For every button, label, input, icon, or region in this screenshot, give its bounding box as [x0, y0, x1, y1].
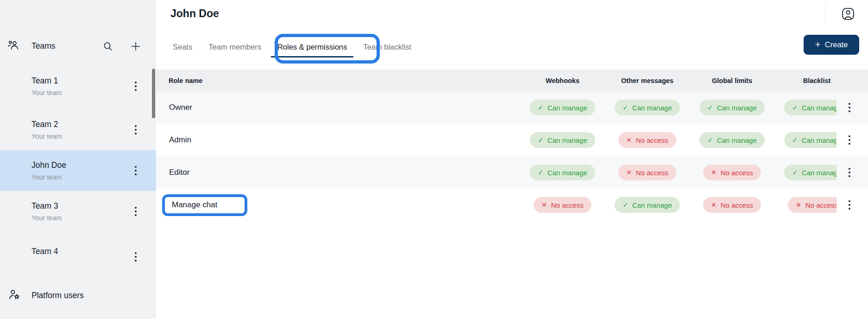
row-actions [837, 156, 868, 189]
permission-cell: ✕No access [520, 189, 605, 221]
sidebar-header: Teams [0, 36, 156, 57]
sidebar: Teams Team 1Your teamTeam 2Your teamJohn… [0, 0, 156, 319]
team-menu-icon[interactable] [133, 80, 138, 93]
permission-cell: ✕No access [605, 124, 690, 156]
role-name: Manage chat [172, 200, 217, 210]
column-header-role-name: Role name [156, 70, 520, 91]
tab-seats[interactable]: Seats [173, 43, 192, 57]
role-name-cell: Editor [156, 156, 520, 189]
badge-label: Can manage [632, 201, 672, 209]
team-menu-icon[interactable] [133, 164, 138, 177]
team-name: Team 1 [31, 76, 58, 86]
header-divider [825, 1, 826, 25]
check-icon: ✓ [538, 136, 543, 144]
team-menu-icon[interactable] [133, 250, 138, 263]
permission-cell: ✕No access [605, 156, 690, 189]
create-button-label: Create [825, 40, 848, 49]
sidebar-scrollbar[interactable] [152, 69, 155, 118]
table-row: Admin✓Can manage✕No access✓Can manage✓Ca… [156, 124, 868, 156]
kebab-dot [135, 173, 137, 175]
kebab-dot [135, 85, 137, 87]
role-name: Owner [169, 103, 192, 112]
row-menu-icon[interactable] [847, 101, 852, 114]
tab-roles-permissions[interactable]: Roles & permissions [271, 43, 353, 57]
permission-cell: ✓Can manage [690, 124, 774, 156]
kebab-dot [135, 256, 137, 258]
tab-team-members[interactable]: Team members [208, 43, 261, 57]
row-menu-icon[interactable] [847, 166, 852, 179]
check-icon: ✓ [707, 104, 713, 111]
row-menu-icon[interactable] [847, 134, 852, 147]
kebab-dot [849, 143, 850, 145]
row-actions [837, 91, 868, 124]
x-icon: ✕ [541, 201, 547, 209]
kebab-dot [849, 172, 850, 173]
sidebar-item-team-1[interactable]: Team 1Your team [0, 69, 156, 104]
plus-icon: + [815, 39, 821, 49]
kebab-dot [135, 125, 137, 127]
kebab-dot [135, 82, 137, 83]
badge-label: Can manage [717, 136, 757, 144]
badge-label: Can manage [802, 136, 842, 144]
sidebar-item-team-4[interactable]: Team 4 [0, 239, 156, 274]
can-manage-badge: ✓Can manage [530, 165, 595, 180]
team-subtitle: Your team [31, 214, 62, 222]
sidebar-item-john-doe[interactable]: John DoeYour team [0, 150, 156, 191]
roles-table: Role nameWebhooksOther messagesGlobal li… [156, 70, 868, 221]
permission-cell: ✓Can manage [520, 124, 605, 156]
account-icon[interactable] [841, 7, 855, 23]
kebab-dot [849, 103, 850, 105]
team-menu-icon[interactable] [133, 205, 138, 218]
badge-label: No access [636, 169, 668, 177]
kebab-dot [849, 135, 850, 137]
team-menu-icon[interactable] [133, 123, 138, 136]
badge-label: Can manage [547, 104, 587, 112]
can-manage-badge: ✓Can manage [615, 197, 680, 213]
sidebar-title: Teams [31, 41, 56, 51]
kebab-dot [135, 214, 137, 216]
sidebar-item-platform-users[interactable]: Platform users [0, 283, 156, 308]
role-name: Editor [169, 168, 189, 177]
no-access-badge: ✕No access [703, 165, 761, 180]
table-header-row: Role nameWebhooksOther messagesGlobal li… [156, 70, 868, 91]
check-icon: ✓ [538, 169, 543, 176]
create-button[interactable]: + Create [804, 35, 859, 55]
row-menu-icon[interactable] [847, 198, 852, 211]
x-icon: ✕ [626, 136, 632, 144]
table-row: Editor✓Can manage✕No access✕No access✓Ca… [156, 156, 868, 189]
no-access-badge: ✕No access [534, 197, 591, 213]
page-title: John Doe [170, 7, 219, 20]
kebab-dot [849, 107, 850, 108]
badge-label: Can manage [547, 169, 587, 177]
no-access-badge: ✕No access [618, 165, 676, 180]
permission-cell: ✓Can manage [605, 189, 690, 221]
permission-cell: ✓Can manage [520, 156, 605, 189]
tab-team-blacklist[interactable]: Team blacklist [363, 43, 411, 57]
badge-label: Can manage [547, 136, 587, 144]
no-access-badge: ✕No access [703, 197, 761, 213]
badge-label: No access [805, 201, 838, 209]
team-subtitle: Your team [31, 89, 62, 96]
platform-users-label: Platform users [31, 291, 84, 300]
column-header-blacklist: Blacklist [774, 70, 859, 91]
add-team-icon[interactable] [130, 41, 141, 54]
badge-label: No access [721, 169, 753, 177]
can-manage-badge: ✓Can manage [699, 132, 765, 148]
permission-cell: ✓Can manage [605, 91, 690, 124]
can-manage-badge: ✓Can manage [699, 100, 765, 115]
search-icon[interactable] [102, 41, 113, 54]
sidebar-item-team-2[interactable]: Team 2Your team [0, 112, 156, 147]
x-icon: ✕ [626, 169, 632, 176]
kebab-dot [849, 175, 850, 177]
permission-cell: ✕No access [690, 189, 774, 221]
permission-cell: ✓Can manage [690, 91, 774, 124]
badge-label: No access [636, 136, 668, 144]
table-row: Manage chat✕No access✓Can manage✕No acce… [156, 189, 868, 221]
role-annotation-box[interactable]: Manage chat [162, 194, 247, 216]
sidebar-item-team-3[interactable]: Team 3Your team [0, 194, 156, 229]
badge-label: No access [551, 201, 584, 209]
kebab-dot [135, 89, 137, 91]
kebab-dot [849, 139, 850, 141]
check-icon: ✓ [538, 104, 543, 111]
kebab-dot [135, 207, 137, 209]
